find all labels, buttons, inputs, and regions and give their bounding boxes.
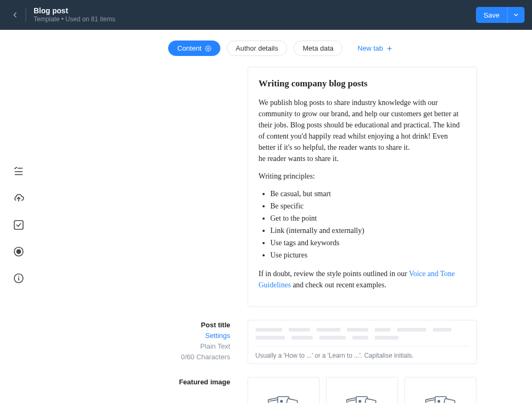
field-label: Featured image [93, 377, 231, 388]
field-meta: Post title Settings Plain Text 0/60 Char… [93, 320, 231, 364]
guidelines-para1b: he reader wants to share it. [259, 155, 339, 163]
top-bar: Blog post Template • Used on 81 items Sa… [0, 0, 532, 30]
upload-row [248, 377, 477, 404]
cloud-upload-icon [13, 192, 25, 204]
title-block: Blog post Template • Used on 81 items [34, 6, 115, 24]
save-button-label: Save [476, 11, 507, 19]
rail-info-button[interactable] [10, 270, 27, 287]
principle-item: Be specific [271, 200, 466, 212]
info-icon [13, 272, 25, 284]
guidelines-principles-heading: Writing principles: [259, 171, 466, 182]
field-settings-link[interactable]: Settings [93, 331, 231, 341]
upload-slot[interactable] [248, 377, 320, 404]
header-divider [26, 8, 26, 22]
tab-meta-label: Meta data [303, 44, 334, 52]
left-rail [0, 30, 37, 403]
principle-item: Use pictures [271, 249, 466, 261]
back-button[interactable] [7, 7, 22, 22]
svg-point-38 [438, 400, 440, 402]
page-subtitle: Template • Used on 81 items [34, 15, 115, 23]
tab-content-label: Content [177, 44, 202, 52]
upload-slot[interactable] [326, 377, 398, 404]
tab-new-label: New tab [358, 44, 383, 52]
field-hint: Usually a 'How to ...' or a 'Learn to ..… [256, 346, 469, 359]
tab-new[interactable]: New tab [349, 41, 401, 55]
upload-illustration-icon [338, 393, 386, 404]
guidelines-heading: Writing company blog posts [259, 77, 466, 91]
svg-point-6 [17, 249, 20, 253]
svg-rect-4 [14, 221, 23, 230]
tabs-row: Content Author details Meta data New tab [37, 41, 532, 56]
field-featured-image: Featured image [93, 377, 477, 404]
post-title-input[interactable]: Usually a 'How to ...' or a 'Learn to ..… [248, 320, 477, 364]
svg-point-9 [18, 276, 19, 277]
rail-upload-button[interactable] [10, 190, 27, 207]
tab-content[interactable]: Content [168, 41, 220, 56]
structure-icon [13, 166, 25, 178]
upload-illustration-icon [259, 393, 307, 404]
tab-meta[interactable]: Meta data [293, 41, 343, 56]
guidelines-principles-list: Be casual, but smart Be specific Get to … [271, 188, 466, 261]
chevron-down-icon [513, 12, 519, 18]
main-column: Content Author details Meta data New tab… [37, 30, 532, 403]
page-title: Blog post [34, 6, 115, 16]
rail-structure-button[interactable] [10, 163, 27, 180]
principle-item: Be casual, but smart [271, 188, 466, 199]
field-type: Plain Text [93, 341, 231, 352]
plus-icon [386, 45, 393, 52]
chevron-left-icon [11, 11, 19, 19]
guidelines-card: Writing company blog posts We publish bl… [248, 67, 477, 307]
guidelines-closing: If in doubt, review the style points out… [259, 268, 466, 291]
gear-icon [205, 45, 211, 52]
tab-author-label: Author details [236, 44, 279, 52]
upload-slot[interactable] [404, 377, 477, 404]
checkbox-icon [13, 219, 25, 231]
radio-icon [13, 246, 25, 257]
save-button[interactable]: Save [476, 7, 525, 23]
field-counter: 0/60 Characters [93, 352, 231, 362]
field-post-title: Post title Settings Plain Text 0/60 Char… [93, 320, 477, 364]
upload-illustration-icon [417, 393, 465, 404]
save-dropdown-toggle[interactable] [507, 7, 525, 23]
guidelines-para1: We publish blog posts to share industry … [259, 99, 460, 151]
principle-item: Get to the point [271, 213, 466, 224]
rail-checkbox-button[interactable] [10, 216, 27, 233]
field-label: Post title [93, 320, 231, 331]
principle-item: Link (internally and externally) [271, 225, 466, 236]
principle-item: Use tags and keywords [271, 237, 466, 248]
svg-point-27 [359, 400, 361, 402]
svg-point-10 [207, 47, 209, 49]
tab-author[interactable]: Author details [227, 41, 288, 56]
skeleton-placeholder [256, 328, 469, 340]
svg-point-16 [281, 400, 283, 402]
rail-radio-button[interactable] [10, 243, 27, 260]
field-meta: Featured image [93, 377, 231, 404]
